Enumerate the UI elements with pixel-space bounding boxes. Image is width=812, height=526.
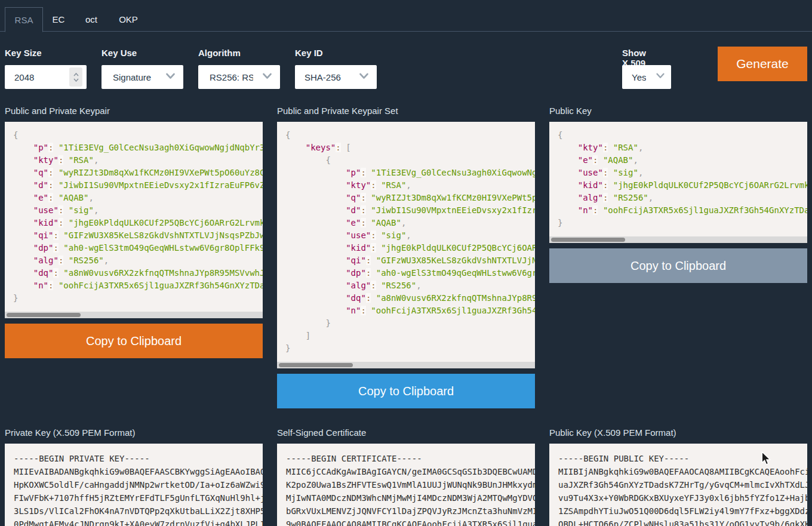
key-use-value: Signature <box>102 72 151 82</box>
generate-button[interactable]: Generate <box>718 47 807 81</box>
certificate-title: Self-Signed Certificate <box>277 427 535 439</box>
public-key-scrollbar[interactable] <box>549 236 807 243</box>
chevron-down-icon <box>263 73 272 79</box>
key-id-value: SHA-256 <box>295 72 341 82</box>
private-pem-codebox: -----BEGIN PRIVATE KEY----- MIIEvAIBADAN… <box>5 444 263 526</box>
jwk-generator-page: { "tabs": [ { "label": "RSA", "active": … <box>0 0 812 526</box>
keypair-codebox: { "p": "1TiE3EVg_G0lCecNsu3agh0XiGqwowNg… <box>5 122 263 318</box>
copy-keypair-button[interactable]: Copy to Clipboard <box>5 324 263 358</box>
public-key-scrollbar-thumb[interactable] <box>551 238 625 242</box>
public-key-pem: -----BEGIN PUBLIC KEY----- MIIBIjANBgkqh… <box>549 444 807 526</box>
keypair-set-section: Public and Private Keypair Set { "keys":… <box>277 106 535 408</box>
key-id-field: Key ID SHA-256 <box>295 48 377 89</box>
show-x509-value: Yes <box>622 72 646 82</box>
keypair-set-codebox: { "keys": [ { "p": "1TiE3EVg_G0lCecNsu3a… <box>277 122 535 368</box>
stepper-up-icon[interactable] <box>73 73 79 76</box>
public-key-title: Public Key <box>549 106 807 117</box>
private-key-pem: -----BEGIN PRIVATE KEY----- MIIEvAIBADAN… <box>5 444 263 526</box>
keypair-set-scrollbar[interactable] <box>277 362 535 368</box>
copy-keypair-set-button[interactable]: Copy to Clipboard <box>277 374 535 408</box>
public-pem-title: Public Key (X.509 PEM Format) <box>549 427 807 439</box>
key-use-select[interactable]: Signature <box>102 65 183 89</box>
key-size-field: Key Size <box>5 48 87 89</box>
keypair-scrollbar[interactable] <box>5 312 263 318</box>
tab-oct[interactable]: oct <box>76 7 106 32</box>
keypair-set-scrollbar-thumb[interactable] <box>279 363 353 367</box>
keypair-set-json: { "keys": [ { "p": "1TiE3EVg_G0lCecNsu3a… <box>277 122 535 362</box>
algorithm-label: Algorithm <box>198 48 280 61</box>
public-key-section: Public Key { "kty": "RSA", "e": "AQAB", … <box>549 106 807 283</box>
key-size-input-wrap <box>5 65 87 89</box>
public-key-codebox: { "kty": "RSA", "e": "AQAB", "use": "sig… <box>549 122 807 243</box>
key-use-label: Key Use <box>102 48 183 61</box>
key-size-label: Key Size <box>5 48 87 61</box>
stepper-down-icon[interactable] <box>73 78 79 82</box>
chevron-down-icon <box>166 73 175 79</box>
certificate-pem: -----BEGIN CERTIFICATE----- MIIC6jCCAdKg… <box>277 444 535 526</box>
certificate-codebox: -----BEGIN CERTIFICATE----- MIIC6jCCAdKg… <box>277 444 535 526</box>
key-id-select[interactable]: SHA-256 <box>295 65 377 89</box>
algorithm-field: Algorithm RS256: RSA <box>198 48 280 89</box>
show-x509-field: Show X.509 Yes <box>622 48 671 89</box>
key-type-tab-bar: RSA EC oct OKP <box>0 0 812 32</box>
tab-rsa[interactable]: RSA <box>5 7 43 32</box>
keypair-set-title: Public and Private Keypair Set <box>277 106 535 117</box>
show-x509-select[interactable]: Yes <box>622 65 671 89</box>
algorithm-select[interactable]: RS256: RSA <box>198 65 280 89</box>
public-pem-section: Public Key (X.509 PEM Format) -----BEGIN… <box>549 427 807 526</box>
public-pem-codebox: -----BEGIN PUBLIC KEY----- MIIBIjANBgkqh… <box>549 444 807 526</box>
keypair-scrollbar-thumb[interactable] <box>7 313 81 317</box>
private-pem-section: Private Key (X.509 PEM Format) -----BEGI… <box>5 427 263 526</box>
public-key-json: { "kty": "RSA", "e": "AQAB", "use": "sig… <box>549 122 807 236</box>
certificate-section: Self-Signed Certificate -----BEGIN CERTI… <box>277 427 535 526</box>
tab-ec[interactable]: EC <box>45 7 72 32</box>
algorithm-value: RS256: RSA <box>198 72 253 82</box>
copy-public-key-button[interactable]: Copy to Clipboard <box>549 248 807 283</box>
chevron-down-icon <box>359 73 368 79</box>
private-pem-title: Private Key (X.509 PEM Format) <box>5 427 263 439</box>
key-id-label: Key ID <box>295 48 377 61</box>
tab-okp[interactable]: OKP <box>111 7 146 32</box>
keypair-title: Public and Private Keypair <box>5 106 263 117</box>
show-x509-label: Show X.509 <box>622 48 671 61</box>
key-size-stepper[interactable] <box>69 67 82 87</box>
keypair-section: Public and Private Keypair { "p": "1TiE3… <box>5 106 263 358</box>
key-use-field: Key Use Signature <box>102 48 183 89</box>
keypair-json: { "p": "1TiE3EVg_G0lCecNsu3agh0XiGqwowNg… <box>5 122 263 312</box>
chevron-down-icon <box>656 73 665 79</box>
